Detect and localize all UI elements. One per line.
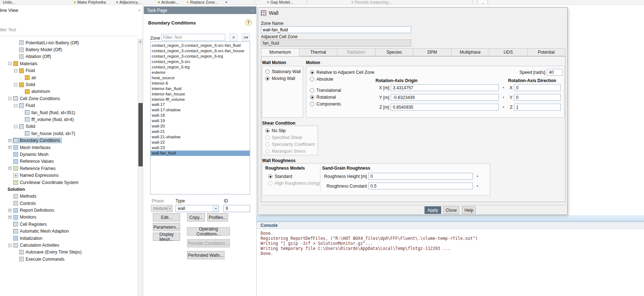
zone-item-wall-17[interactable]: wall-17 <box>151 102 250 107</box>
zone-item-wall-21-shadow[interactable]: wall-21-shadow <box>151 134 250 140</box>
collapse-icon[interactable]: - <box>7 95 13 102</box>
tree-item-air[interactable]: air <box>0 74 138 81</box>
tree-item-mesh-interfaces[interactable]: +Mesh Interfaces <box>0 144 138 151</box>
tree-item-fan-house-solid-id-7[interactable]: fan_house (solid, id=7) <box>0 130 138 137</box>
tree-item-calculation-activities[interactable]: -Calculation Activities <box>0 242 138 248</box>
zone-filter-options-button[interactable]: ≡ <box>230 33 237 41</box>
tab-thermal[interactable]: Thermal <box>299 48 338 56</box>
collapse-icon[interactable]: - <box>13 102 18 109</box>
collapse-panel-icon[interactable]: ‹ <box>139 7 140 13</box>
radio-absolute[interactable]: Absolute <box>310 76 374 82</box>
display-mesh-button[interactable]: Display Mesh... <box>153 233 180 241</box>
zone-item-wall-19[interactable]: wall-19 <box>151 118 250 124</box>
help-icon[interactable]: ? <box>245 19 252 26</box>
tree-item-fluid[interactable]: -Fluid <box>0 67 138 74</box>
collapse-icon[interactable]: - <box>13 67 18 74</box>
zone-item-interior-fan-fluid[interactable]: interior-fan_fluid <box>151 86 250 91</box>
dropdown-arrow-icon[interactable]: ▼ <box>500 84 507 91</box>
outline-filter-input[interactable] <box>0 27 136 32</box>
copy-button[interactable]: Copy... <box>187 213 205 221</box>
tree-item-controls[interactable]: Controls <box>0 200 138 207</box>
tree-item-execute-commands[interactable]: Execute Commands <box>0 256 138 263</box>
profiles-button[interactable]: Profiles... <box>207 213 228 221</box>
input-x-m[interactable]: 3.4314757 <box>391 84 499 91</box>
close-button[interactable]: Close <box>443 206 459 214</box>
radio-no-slip[interactable]: No Slip <box>265 127 315 134</box>
radio-translational[interactable]: Translational <box>310 87 341 94</box>
input-roughness-constant[interactable]: 0.5 <box>368 183 473 189</box>
speed-input[interactable]: 40 <box>547 69 563 76</box>
radio-components[interactable]: Components <box>310 100 341 107</box>
radio-moving-wall[interactable]: Moving Wall <box>265 75 301 82</box>
tree-item-fluid[interactable]: -Fluid <box>0 102 138 109</box>
display-box-icon-button[interactable]: ■ <box>225 0 227 5</box>
dropdown-arrow-icon[interactable]: ▼ <box>500 104 507 111</box>
zone-item-wall-fan-fluid[interactable]: wall-fan_fluid <box>151 151 250 156</box>
zone-item-contact-region-5-src[interactable]: contact_region_5-src <box>151 59 250 64</box>
collapse-icon[interactable]: - <box>7 60 13 67</box>
outline-scrollbar[interactable]: ▲ <box>138 39 143 296</box>
zone-item-wall-18[interactable]: wall-18 <box>151 113 250 118</box>
tab-species[interactable]: Species <box>376 48 414 56</box>
tab-potential[interactable]: Potential <box>528 48 566 56</box>
expand-icon[interactable]: + <box>7 207 13 214</box>
wall-dialog-titlebar[interactable]: Wall <box>258 8 567 18</box>
scroll-up-icon[interactable]: ▲ <box>138 39 143 44</box>
zone-item-interior-fff-volume[interactable]: interior-fff_volume <box>151 97 250 102</box>
collapse-task-page-icon[interactable]: › <box>252 8 253 13</box>
tab-uds[interactable]: UDS <box>489 48 528 56</box>
zone-item-wall-17-shadow[interactable]: wall-17-shadow <box>151 107 250 113</box>
help-button[interactable]: Help <box>462 206 476 214</box>
tab-dpm[interactable]: DPM <box>413 48 452 56</box>
zone-item-contact-region-5-trg[interactable]: contact_region_5-trg <box>151 64 250 70</box>
operating-conditions-button[interactable]: Operating Conditions... <box>187 227 230 236</box>
zone-filter-input[interactable] <box>161 34 225 41</box>
dropdown-arrow-icon[interactable]: ▼ <box>474 173 481 180</box>
tree-item-solution[interactable]: Solution <box>0 186 138 193</box>
more-button[interactable]: ... <box>478 0 488 5</box>
zone-item-contact-region-3-contact-region-6-src-fan-house[interactable]: contact_region_3-contact_region_6-src-fa… <box>151 48 250 54</box>
tree-item-initialization[interactable]: Initialization <box>0 235 138 242</box>
adjacency-button[interactable]: ■Adjacency... <box>116 0 141 5</box>
replace-zone-button[interactable]: ■Replace Zone... <box>187 0 218 5</box>
zone-item-interior-6[interactable]: interior-6 <box>151 81 250 86</box>
radio-stationary-wall[interactable]: Stationary Wall <box>265 68 301 75</box>
radio-relative-to-adjacent-cell-zone[interactable]: Relative to Adjacent Cell Zone <box>310 69 374 76</box>
pane-splitter[interactable] <box>257 215 644 221</box>
input-roughness-height-m[interactable]: 0 <box>368 173 473 180</box>
tree-item-dynamic-mesh[interactable]: Dynamic Mesh <box>0 151 138 158</box>
input-z[interactable]: 1 <box>514 104 561 111</box>
tree-item-aluminum[interactable]: aluminum <box>0 88 138 95</box>
tree-item-monitors[interactable]: +Monitors <box>0 214 138 221</box>
tree-item-autosave-every-time-steps[interactable]: Autosave (Every Time Steps) <box>0 249 138 256</box>
zone-item-interior-fan-house[interactable]: interior-fan_house <box>151 91 250 97</box>
collapse-icon[interactable]: - <box>7 242 13 248</box>
zone-item-wall-21[interactable]: wall-21 <box>151 129 250 134</box>
zone-item-contact-region-3-contact-region-6-src-fan-fluid[interactable]: contact_region_3-contact_region_6-src-fa… <box>151 43 250 48</box>
zone-item-wall-20[interactable]: wall-20 <box>151 124 250 129</box>
tree-item-report-definitions[interactable]: +Report Definitions <box>0 207 138 214</box>
tree-item-battery-model-off[interactable]: Battery Model (Off) <box>0 46 138 53</box>
dropdown-arrow-icon[interactable]: ▼ <box>474 183 481 189</box>
tree-item-ablation-off[interactable]: Ablation (Off) <box>0 53 138 60</box>
input-y-m[interactable]: -0.6323439 <box>391 94 499 101</box>
tree-item-potential-li-ion-battery-off[interactable]: Potential/Li-ion Battery (Off) <box>0 39 138 46</box>
tree-item-automatic-mesh-adaption[interactable]: Automatic Mesh Adaption <box>0 228 138 235</box>
expand-icon[interactable]: + <box>7 137 13 144</box>
phase-dropdown[interactable]: mixture ▼ <box>151 205 173 212</box>
apply-button[interactable]: Apply <box>425 206 441 214</box>
radio-standard[interactable]: Standard <box>268 173 320 180</box>
expand-icon[interactable]: + <box>7 214 13 221</box>
zone-item-heat-source[interactable]: heat_source <box>151 75 250 81</box>
input-y[interactable]: 0 <box>514 94 561 101</box>
input-z-m[interactable]: 0.6540935 <box>391 104 499 111</box>
gap-model-button[interactable]: ■Gap Model... <box>267 0 293 5</box>
perforated-walls-button[interactable]: Perforated Walls... <box>187 251 225 259</box>
expand-icon[interactable]: + <box>7 165 13 172</box>
expand-icon[interactable]: + <box>7 144 13 151</box>
console-output[interactable]: Done.Registering ReportDefFiles, ("R:\HO… <box>257 229 644 256</box>
tree-item-solid[interactable]: -Solid <box>0 123 138 130</box>
dropdown-arrow-icon[interactable]: ▼ <box>500 94 507 101</box>
collapse-icon[interactable]: - <box>13 123 18 130</box>
tree-item-solid[interactable]: -Solid <box>0 81 138 88</box>
